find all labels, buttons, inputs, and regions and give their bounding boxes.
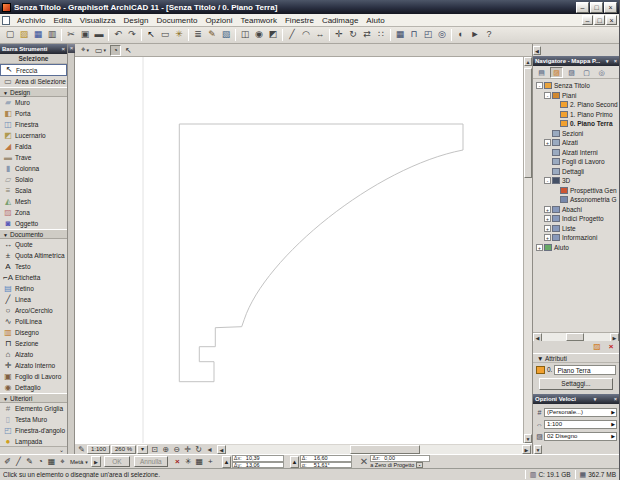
y-coordinate-field[interactable]: Δy: 13,06 <box>232 462 284 469</box>
move-icon[interactable]: ✛ <box>332 28 346 42</box>
magnet-toggle[interactable]: ◔ <box>110 45 121 56</box>
tree-item-senza-titolo[interactable]: -Senza Titolo <box>533 81 619 91</box>
tree-toggle-icon[interactable]: + <box>544 234 551 241</box>
scroll-left-icon[interactable]: ◀ <box>217 445 226 454</box>
tool-slab[interactable]: ▱Solaio <box>0 174 67 185</box>
project-map-icon[interactable]: ▨ <box>550 67 563 78</box>
quick-option-value[interactable]: 02 Disegno▶ <box>544 432 617 441</box>
quick-options-close-icon[interactable]: × <box>612 396 617 402</box>
tool-mesh[interactable]: ◭Mesh <box>0 196 67 207</box>
menu-edita[interactable]: Edita <box>49 16 75 25</box>
tool-wall-end[interactable]: ▯Testa Muro <box>0 414 67 425</box>
angle-field[interactable]: α: 51,61° <box>300 462 352 469</box>
new-folder-icon[interactable]: ▨ <box>591 342 603 352</box>
mdi-close-button[interactable]: × <box>606 15 617 25</box>
grid-snap-toggle-icon[interactable]: ▦ <box>194 456 205 468</box>
line-angle-icon[interactable]: ╱ <box>13 456 24 468</box>
tool-level-dimension[interactable]: ±Quota Altimetrica <box>0 250 67 261</box>
menu-visualizza[interactable]: Visualizza <box>76 16 120 25</box>
group-icon[interactable]: ◫ <box>238 28 252 42</box>
vertical-scroll-thumb[interactable] <box>524 68 532 178</box>
gravity-reference-button[interactable]: ▪ <box>416 462 423 468</box>
menu-aiuto[interactable]: Aiuto <box>362 16 388 25</box>
quick-options-header[interactable]: Opzioni Veloci ▾ × <box>533 394 619 404</box>
molding-profile-outline[interactable] <box>179 124 463 382</box>
docked-strip-close-icon[interactable]: × <box>68 44 75 53</box>
fill-type-icon[interactable]: ▧ <box>219 28 233 42</box>
snap-dropdown-icon[interactable]: ▾ <box>85 459 88 465</box>
selection-mode-dropdown[interactable]: ⌖▾ <box>79 45 91 56</box>
tree-toggle-icon[interactable]: + <box>544 225 551 232</box>
polar-toggle-icon[interactable]: ▲ <box>290 456 299 468</box>
tool-roof[interactable]: ◢Falda <box>0 141 67 152</box>
layout-book-icon[interactable]: ▢ <box>580 67 593 78</box>
pen-set-dropdown[interactable]: ▨02 Disegno▶ <box>535 431 617 441</box>
rotate-icon[interactable]: ↻ <box>346 28 360 42</box>
tree-toggle-icon[interactable]: + <box>544 215 551 222</box>
tool-text[interactable]: ATesto <box>0 261 67 272</box>
tree-toggle-icon[interactable]: + <box>536 244 543 251</box>
close-button[interactable]: × <box>604 2 617 13</box>
mdi-restore-button[interactable]: □ <box>594 15 605 25</box>
split-icon[interactable]: ╱ <box>285 28 299 42</box>
orbit-icon[interactable]: ↻ <box>193 445 204 454</box>
tool-label[interactable]: ⌐AEtichetta <box>0 272 67 283</box>
display-order-icon[interactable]: ◩ <box>266 28 280 42</box>
tool-skylight[interactable]: ◩Lucernario <box>0 130 67 141</box>
layers-icon[interactable]: ≣ <box>191 28 205 42</box>
tool-section[interactable]: ⊓Sezione <box>0 338 67 349</box>
window-3d-icon[interactable]: ◰ <box>421 28 435 42</box>
tool-palette-header[interactable]: Barra Strumenti × <box>0 44 67 54</box>
mirror-icon[interactable]: ⇄ <box>360 28 374 42</box>
tree-item-aiuto[interactable]: +Aiuto <box>533 243 619 253</box>
menu-archivio[interactable]: Archivio <box>13 16 49 25</box>
view-map-icon[interactable]: ▨ <box>565 67 578 78</box>
zoom-out-icon[interactable]: ⊖ <box>171 445 182 454</box>
tool-zone[interactable]: ▨Zona <box>0 207 67 218</box>
wall-reference-icon[interactable]: ✐ <box>2 456 13 468</box>
grid-snap-icon[interactable]: ▦ <box>46 456 57 468</box>
snap-points-icon[interactable]: ⌖ <box>57 456 68 468</box>
print-icon[interactable]: ▥ <box>45 28 59 42</box>
fit-view-icon[interactable]: ⊡ <box>149 445 160 454</box>
tool-drawing[interactable]: ▥Disegno <box>0 327 67 338</box>
tree-item-0-piano-terra[interactable]: 0. Piano Terra <box>533 119 619 129</box>
zoom-in-icon[interactable]: ⊕ <box>160 445 171 454</box>
tool-polyline[interactable]: ∿PoliLinea <box>0 316 67 327</box>
tree-item-indici-progetto[interactable]: +Indici Progetto <box>533 214 619 224</box>
tool-corner-window[interactable]: ◰Finestra-d'angolo <box>0 425 67 436</box>
fillet-icon[interactable]: ◠ <box>299 28 313 42</box>
tool-beam[interactable]: ▬Trave <box>0 152 67 163</box>
minimize-button[interactable]: – <box>576 2 589 13</box>
publish-icon[interactable]: ► <box>468 28 482 42</box>
menu-design[interactable]: Design <box>120 16 153 25</box>
tool-column[interactable]: ▮Colonna <box>0 163 67 174</box>
tool-detail[interactable]: ◉Dettaglio <box>0 382 67 393</box>
copy-icon[interactable]: ▣ <box>78 28 92 42</box>
arrow-tool-button[interactable]: ↖ <box>123 45 134 56</box>
tool-window[interactable]: ◫Finestra <box>0 119 67 130</box>
tool-dimension[interactable]: ↔Quote <box>0 239 67 250</box>
scroll-up-icon[interactable]: ▲ <box>524 57 532 66</box>
tool-arrow[interactable]: ↖Freccia <box>0 64 67 76</box>
restore-button[interactable]: □ <box>590 2 603 13</box>
snap-points-label[interactable]: Metà <box>70 459 83 465</box>
previous-zoom-icon[interactable]: ◂ <box>204 445 215 454</box>
tree-item-fogli-di-lavoro[interactable]: Fogli di Lavoro <box>533 157 619 167</box>
tree-item-liste[interactable]: +Liste <box>533 224 619 234</box>
tree-item-abachi[interactable]: +Abachi <box>533 205 619 215</box>
quick-option-value[interactable]: 1:100▶ <box>544 420 617 429</box>
zoom-menu-dropdown[interactable]: ▾ <box>137 445 148 454</box>
gravity-icon[interactable]: ✕ <box>360 456 368 468</box>
tool-interior-elevation[interactable]: ✛Alzato Interno <box>0 360 67 371</box>
scroll-right-icon[interactable]: ▶ <box>522 445 531 454</box>
nav-scroll-thumb[interactable] <box>566 333 584 341</box>
settings-button[interactable]: Settaggi... <box>539 378 613 390</box>
pointer-icon[interactable]: ↖ <box>144 28 158 42</box>
tool-grid-element[interactable]: #Elemento Griglia <box>0 403 67 414</box>
pen-color-icon[interactable]: ✎ <box>205 28 219 42</box>
save-icon[interactable]: ▦ <box>31 28 45 42</box>
palette-section-design[interactable]: ▼Design <box>0 87 67 97</box>
canvas-horizontal-scrollbar[interactable]: ◀ ▶ <box>217 445 531 454</box>
navigator-header[interactable]: Navigatore - Mappa P... ▾ × <box>533 56 619 66</box>
